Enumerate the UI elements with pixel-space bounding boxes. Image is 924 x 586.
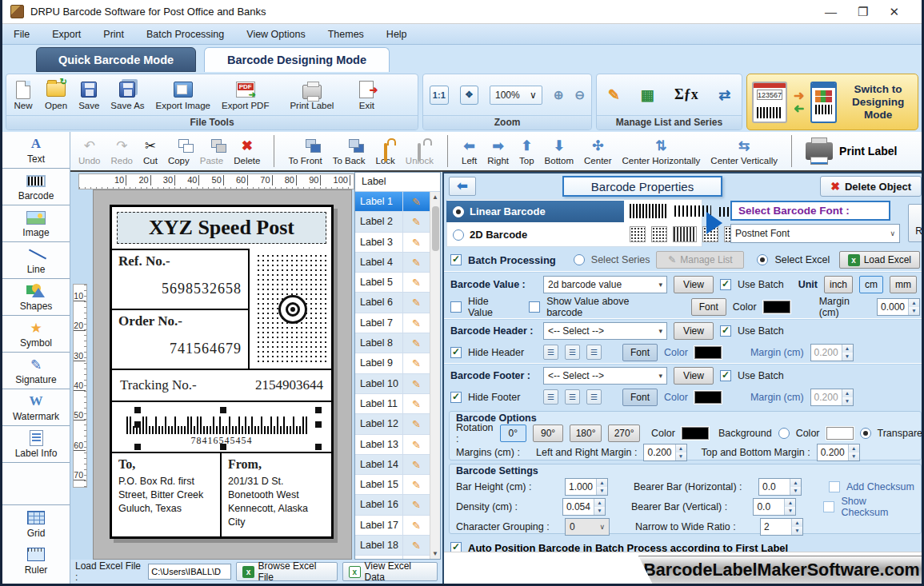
header-align-left-button[interactable]: ☰	[543, 345, 558, 360]
edit-pencil-icon[interactable]: ✎	[403, 192, 430, 211]
edit-pencil-icon[interactable]: ✎	[403, 435, 430, 454]
edit-pencil-icon[interactable]: ✎	[403, 353, 430, 373]
sidebar-item-image[interactable]: Image	[2, 205, 70, 242]
barcode-value-select[interactable]: 2d barcode value▾	[543, 276, 667, 293]
load-excel-button[interactable]: xLoad Excel	[839, 251, 920, 269]
bearer-v-spinner[interactable]: 0.0▲▼	[753, 498, 796, 516]
label-list-row[interactable]: Label 5 ✎	[355, 273, 430, 293]
rotation-270-button[interactable]: 270°	[608, 425, 640, 442]
edit-pencil-icon[interactable]: ✎	[403, 394, 430, 413]
selection-handle[interactable]	[134, 421, 141, 428]
bar-height-spinner[interactable]: 1.000▲▼	[565, 478, 608, 496]
selection-handle[interactable]	[315, 444, 322, 450]
copy-button[interactable]: Copy	[168, 137, 190, 165]
sidebar-item-symbol[interactable]: ★Symbol	[2, 316, 70, 353]
linear-thumb-1[interactable]	[630, 204, 666, 218]
reset-button[interactable]: ⟳Reset	[908, 204, 924, 242]
footer-margin-spinner[interactable]: 0.200▲▼	[810, 389, 854, 406]
to-back-button[interactable]: To Back	[333, 137, 366, 165]
edit-list-icon[interactable]: ✎	[608, 86, 620, 104]
selection-handle[interactable]	[134, 444, 141, 450]
unit-mm-button[interactable]: mm	[890, 276, 917, 293]
new-button[interactable]: New	[13, 79, 34, 110]
linear-radio[interactable]	[453, 206, 464, 217]
selection-handle[interactable]	[315, 407, 322, 413]
align-right-button[interactable]: ➡Right	[487, 137, 509, 165]
value-view-button[interactable]: View	[674, 276, 714, 293]
narrow-wide-ratio-spinner[interactable]: 2▲▼	[760, 518, 803, 536]
print-label-toolbar-button[interactable]: Print Label	[806, 142, 897, 160]
from-address-cell[interactable]: From, 201/31 D St. Bonetooth West Kennec…	[222, 453, 331, 536]
footer-align-right-button[interactable]: ☰	[586, 389, 602, 405]
label-list-row[interactable]: Label 8 ✎	[355, 333, 430, 353]
header-align-right-button[interactable]: ☰	[586, 345, 602, 360]
edit-pencil-icon[interactable]: ✎	[403, 495, 430, 514]
character-grouping-select[interactable]: 0∨	[565, 518, 610, 536]
unit-cm-button[interactable]: cm	[859, 276, 883, 293]
close-button[interactable]: ✕	[889, 5, 899, 19]
minimize-button[interactable]: —	[825, 5, 837, 19]
align-left-button[interactable]: ⬅Left	[462, 137, 477, 165]
open-button[interactable]: Open	[45, 79, 67, 110]
undo-button[interactable]: ↶Undo	[78, 137, 101, 165]
select-excel-radio[interactable]	[757, 254, 768, 265]
show-checksum-checkbox[interactable]	[823, 501, 834, 512]
manage-list-button[interactable]: ✎Manage List	[656, 251, 744, 269]
hide-value-checkbox[interactable]	[450, 301, 462, 313]
center-vertically-button[interactable]: ⇆Center Vertically	[710, 137, 778, 165]
label-list-row[interactable]: Label 10 ✎	[355, 374, 430, 394]
label-list-row[interactable]: Label 6 ✎	[355, 293, 430, 313]
print-label-button[interactable]: Print Label	[290, 79, 334, 110]
transparent-radio[interactable]	[860, 428, 871, 439]
header-view-button[interactable]: View	[674, 322, 714, 340]
edit-pencil-icon[interactable]: ✎	[403, 293, 430, 312]
scroll-thumb[interactable]	[432, 206, 439, 251]
footer-use-batch-checkbox[interactable]	[720, 370, 731, 381]
browse-excel-button[interactable]: xBrowse Excel File	[236, 562, 338, 581]
2d-thumb-2[interactable]	[651, 226, 667, 242]
paste-button[interactable]: Paste	[200, 137, 223, 165]
back-button[interactable]: ⬅	[449, 177, 476, 196]
show-value-above-checkbox[interactable]	[529, 301, 540, 313]
zoom-in-icon[interactable]: ⊕	[554, 88, 564, 102]
header-use-batch-checkbox[interactable]	[720, 325, 731, 337]
edit-pencil-icon[interactable]: ✎	[403, 536, 430, 555]
menu-item[interactable]: Help	[386, 29, 407, 40]
bearer-h-spinner[interactable]: 0.0▲▼	[758, 478, 802, 496]
edit-pencil-icon[interactable]: ✎	[403, 333, 430, 353]
background-color-radio[interactable]	[778, 428, 790, 439]
rotation-90-button[interactable]: 90°	[533, 425, 563, 442]
value-margin-spinner[interactable]: 0.000▲▼	[877, 298, 920, 316]
2d-radio[interactable]	[453, 229, 464, 241]
edit-pencil-icon[interactable]: ✎	[403, 374, 430, 393]
sidebar-item-signature[interactable]: ✎Signature	[2, 353, 70, 389]
rotation-180-button[interactable]: 180°	[570, 425, 602, 442]
view-excel-button[interactable]: xView Excel Data	[342, 562, 438, 581]
save-button[interactable]: Save	[78, 79, 99, 110]
switch-to-designing-mode-button[interactable]: 123567 ➜➜ Switch to Designing Mode	[746, 74, 918, 130]
label-list-row[interactable]: Label 3 ✎	[355, 233, 430, 253]
footer-font-button[interactable]: Font	[622, 389, 658, 406]
menu-item[interactable]: Batch Processing	[146, 29, 224, 40]
redo-button[interactable]: ↷Redo	[111, 137, 134, 165]
selection-handle[interactable]	[315, 421, 322, 428]
menu-item[interactable]: Print	[103, 29, 124, 40]
add-checksum-checkbox[interactable]	[829, 481, 840, 492]
label-list-row[interactable]: Label 12 ✎	[355, 414, 430, 434]
hide-footer-checkbox[interactable]	[450, 392, 462, 403]
export-image-button[interactable]: Export Image	[156, 79, 210, 110]
zoom-1-1-button[interactable]: 1:1	[430, 86, 448, 105]
delete-button[interactable]: ✖Delete	[234, 137, 260, 165]
to-front-button[interactable]: To Front	[288, 137, 322, 165]
zoom-fit-button[interactable]: ✥	[460, 86, 478, 105]
exit-button[interactable]: Exit	[356, 79, 377, 110]
label-list-row[interactable]: Label 1 ✎	[355, 192, 430, 212]
footer-color-swatch[interactable]	[694, 391, 722, 404]
label-list-row[interactable]: Label 17 ✎	[355, 516, 430, 536]
barcode-color-swatch[interactable]	[682, 427, 709, 440]
rotation-0-button[interactable]: 0°	[500, 425, 526, 442]
label-list-row[interactable]: Label 18 ✎	[355, 536, 430, 556]
linear-barcode-option[interactable]: Linear Barcode	[446, 201, 624, 222]
selection-handle[interactable]	[220, 444, 226, 450]
edit-pencil-icon[interactable]: ✎	[403, 273, 430, 292]
